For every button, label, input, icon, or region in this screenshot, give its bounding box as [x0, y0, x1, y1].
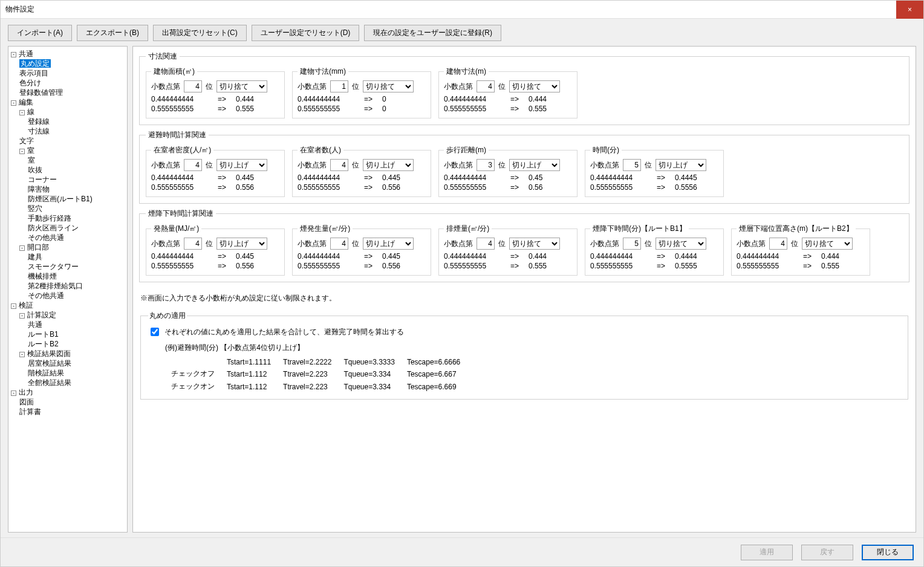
tree-node-text[interactable]: 文字 [19, 137, 34, 145]
rounding-box: 建物面積(㎡)小数点第位切り捨て切り上げ0.444444444=>0.4440.… [146, 66, 285, 118]
decimal-suffix-label: 位 [791, 239, 798, 249]
example-value: => [218, 105, 236, 113]
rounding-mode-select[interactable]: 切り捨て切り上げ [363, 159, 414, 171]
rounding-box: 時間(分)小数点第位切り捨て切り上げ0.444444444=>0.44450.5… [585, 145, 724, 197]
dialog-window: 物件設定 × インポート(A) エクスポート(B) 出荷設定でリセット(C) ユ… [0, 0, 924, 567]
tree-node[interactable]: 防火区画ライン [28, 224, 79, 232]
example-value: => [657, 173, 675, 182]
tree-toggle[interactable]: - [19, 149, 25, 154]
rounding-mode-select[interactable]: 切り捨て切り上げ [802, 238, 853, 250]
decimal-digit-input[interactable] [477, 238, 495, 250]
close-button[interactable]: 閉じる [862, 545, 914, 560]
rounding-mode-select[interactable]: 切り捨て切り上げ [216, 159, 267, 171]
decimal-digit-input[interactable] [330, 159, 348, 171]
tree-node[interactable]: 階検証結果 [28, 369, 64, 377]
decimal-digit-input[interactable] [184, 238, 202, 250]
tree-node-dimline[interactable]: 寸法線 [28, 127, 50, 135]
tree-node-resultfig[interactable]: 検証結果図面 [27, 349, 71, 358]
tree-node-line[interactable]: 線 [27, 108, 34, 116]
decimal-digit-input[interactable] [623, 238, 641, 250]
tree-node-common[interactable]: 共通 [19, 50, 33, 58]
box-title: 在室者数(人) [298, 145, 343, 155]
tree-toggle[interactable]: - [19, 245, 25, 251]
rounding-mode-select[interactable]: 切り捨て切り上げ [216, 238, 267, 250]
tree-node-calc[interactable]: 計算設定 [27, 311, 56, 319]
tree-toggle[interactable]: - [19, 110, 25, 115]
tree-node[interactable]: 共通 [28, 320, 42, 329]
tree-node[interactable]: その他共通 [28, 291, 64, 300]
decimal-prefix-label: 小数点第 [151, 82, 180, 92]
import-button[interactable]: インポート(A) [8, 25, 72, 41]
tree-node[interactable]: その他共通 [28, 233, 64, 242]
example-value: => [803, 262, 821, 270]
tree-node[interactable]: 竪穴 [28, 204, 42, 213]
tree-toggle[interactable]: - [19, 352, 25, 357]
tree-node-color[interactable]: 色分け [19, 79, 41, 87]
rounding-mode-select[interactable]: 切り捨て切り上げ [509, 80, 560, 92]
example-value: => [510, 105, 529, 113]
rounding-mode-select[interactable]: 切り捨て切り上げ [363, 80, 414, 92]
decimal-row: 小数点第位切り捨て切り上げ [590, 159, 718, 171]
example-value: 0.555555555 [590, 183, 657, 192]
tree-node[interactable]: ルートB2 [28, 340, 59, 348]
tree-node[interactable]: 全館検証結果 [28, 378, 71, 387]
example-value: 0.444 [529, 252, 572, 261]
decimal-digit-input[interactable] [477, 80, 495, 92]
apply-checkbox[interactable] [151, 328, 159, 336]
tree-node-verify[interactable]: 検証 [19, 301, 33, 309]
tree-node[interactable]: 図面 [19, 398, 34, 406]
rounding-mode-select[interactable]: 切り捨て切り上げ [509, 159, 560, 171]
tree-node-rounding[interactable]: 丸め設定 [19, 59, 51, 68]
tree-node[interactable]: スモークタワー [28, 262, 79, 271]
tree-toggle[interactable]: - [11, 390, 16, 396]
rounding-mode-select[interactable]: 切り捨て切り上げ [656, 238, 706, 250]
dialog-body: -共通 丸め設定 表示項目 色分け 登録数値管理 -編集 -線 登録線 寸法線 [1, 46, 923, 537]
tree-node[interactable]: 室 [28, 156, 35, 164]
tree-node[interactable]: 第2種排煙給気口 [28, 282, 83, 290]
tree-node[interactable]: 建具 [28, 253, 42, 261]
tree-node[interactable]: 防煙区画(ルートB1) [28, 195, 93, 203]
decimal-prefix-label: 小数点第 [151, 239, 180, 249]
tree-toggle[interactable]: - [11, 100, 16, 106]
tree-node-regnum[interactable]: 登録数値管理 [19, 88, 63, 97]
tree-node-output[interactable]: 出力 [19, 388, 33, 397]
decimal-prefix-label: 小数点第 [444, 160, 473, 170]
apply-button[interactable]: 適用 [741, 545, 793, 560]
decimal-digit-input[interactable] [769, 238, 787, 250]
register-user-button[interactable]: 現在の設定をユーザー設定に登録(R) [364, 25, 501, 41]
tree-node-display[interactable]: 表示項目 [19, 69, 48, 77]
rounding-mode-select[interactable]: 切り捨て切り上げ [216, 80, 267, 92]
tree-node[interactable]: 手動歩行経路 [28, 214, 71, 222]
tree-node[interactable]: 障害物 [28, 185, 50, 193]
export-button[interactable]: エクスポート(B) [77, 25, 148, 41]
decimal-digit-input[interactable] [477, 159, 495, 171]
tree-node-edit[interactable]: 編集 [19, 98, 33, 106]
decimal-digit-input[interactable] [330, 238, 348, 250]
tree-node[interactable]: ルートB1 [28, 330, 59, 339]
tree-toggle[interactable]: - [19, 313, 25, 319]
rounding-mode-select[interactable]: 切り捨て切り上げ [509, 238, 560, 250]
tree-toggle[interactable]: - [11, 303, 16, 309]
decimal-digit-input[interactable] [330, 80, 348, 92]
nav-tree[interactable]: -共通 丸め設定 表示項目 色分け 登録数値管理 -編集 -線 登録線 寸法線 [8, 46, 128, 533]
reset-user-button[interactable]: ユーザー設定でリセット(D) [252, 25, 360, 41]
close-icon[interactable]: × [896, 1, 923, 19]
tree-node[interactable]: 吹抜 [28, 166, 42, 174]
tree-toggle[interactable]: - [11, 52, 16, 57]
tree-node-opening[interactable]: 開口部 [27, 243, 49, 251]
rounding-mode-select[interactable]: 切り捨て切り上げ [656, 159, 706, 171]
example-value: 0 [382, 95, 426, 103]
tree-node[interactable]: 計算書 [19, 407, 41, 416]
tree-node[interactable]: 機械排煙 [28, 272, 57, 280]
decimal-digit-input[interactable] [184, 159, 202, 171]
decimal-digit-input[interactable] [184, 80, 202, 92]
tree-node[interactable]: 居室検証結果 [28, 359, 71, 368]
reset-factory-button[interactable]: 出荷設定でリセット(C) [153, 25, 247, 41]
apply-checkbox-label[interactable]: それぞれの値に丸めを適用した結果を合計して、避難完了時間を算出する [148, 326, 900, 338]
tree-node-room[interactable]: 室 [27, 146, 34, 155]
revert-button[interactable]: 戻す [801, 545, 853, 560]
decimal-digit-input[interactable] [623, 159, 641, 171]
tree-node-regline[interactable]: 登録線 [28, 117, 50, 126]
tree-node[interactable]: コーナー [28, 175, 57, 184]
rounding-mode-select[interactable]: 切り捨て切り上げ [363, 238, 414, 250]
